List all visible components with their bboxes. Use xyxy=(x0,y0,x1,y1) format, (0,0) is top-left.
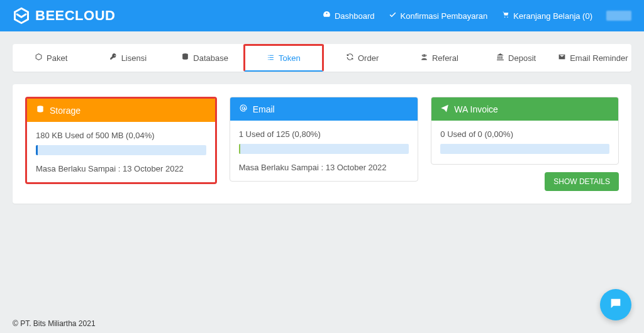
token-panels-card: Storage 180 KB Used of 500 MB (0,04%) Ma… xyxy=(13,84,631,204)
panel-wa-header: WA Invoice xyxy=(431,97,618,121)
email-usage-text: 1 Used of 125 (0,80%) xyxy=(239,129,409,139)
user-menu[interactable] xyxy=(606,11,631,21)
tab-token-label: Token xyxy=(279,53,301,63)
bank-icon xyxy=(496,53,504,63)
email-progress-bar xyxy=(239,144,241,154)
wa-progress xyxy=(440,144,609,154)
brand-name: BEECLOUD xyxy=(35,8,115,24)
tab-lisensi-label: Lisensi xyxy=(121,53,147,63)
tab-referal[interactable]: Referal xyxy=(401,44,477,72)
panel-storage-title: Storage xyxy=(50,106,80,116)
chat-icon xyxy=(609,297,623,313)
users-icon xyxy=(420,53,428,63)
wa-usage-text: 0 Used of 0 (0,00%) xyxy=(440,129,609,139)
nav-keranjang-label: Keranjang Belanja (0) xyxy=(513,11,592,21)
panel-wa-title: WA Invoice xyxy=(454,104,498,114)
tab-lisensi[interactable]: Lisensi xyxy=(89,44,166,72)
list-icon xyxy=(267,53,275,63)
brand[interactable]: BEECLOUD xyxy=(13,7,115,25)
tab-database[interactable]: Database xyxy=(167,44,243,72)
tab-email-reminder-label: Email Reminder xyxy=(570,53,628,63)
tab-token[interactable]: Token xyxy=(243,44,324,72)
panel-email-body: 1 Used of 125 (0,80%) Masa Berlaku Sampa… xyxy=(230,121,418,181)
storage-usage-text: 180 KB Used of 500 MB (0,04%) xyxy=(36,131,206,140)
chat-fab[interactable] xyxy=(600,289,631,320)
check-icon xyxy=(389,11,397,21)
cube-icon xyxy=(35,53,43,63)
key-icon xyxy=(109,53,118,63)
cart-icon xyxy=(501,11,509,21)
panel-email-title: Email xyxy=(253,104,275,114)
database-icon xyxy=(181,53,189,63)
top-nav: Dashboard Konfirmasi Pembayaran Keranjan… xyxy=(323,11,631,21)
main-content: Paket Lisensi Database Token Order Refer… xyxy=(0,31,644,216)
footer-copyright: © PT. Bits Miliartha 2021 xyxy=(13,319,96,328)
email-progress xyxy=(239,144,409,154)
tab-deposit[interactable]: Deposit xyxy=(478,44,555,72)
nav-konfirmasi-label: Konfirmasi Pembayaran xyxy=(401,11,488,21)
panel-wa-wrapper: WA Invoice 0 Used of 0 (0,00%) SHOW DETA… xyxy=(431,97,619,191)
envelope-icon xyxy=(558,53,566,63)
paper-plane-icon xyxy=(440,104,449,114)
panel-wa: WA Invoice 0 Used of 0 (0,00%) xyxy=(431,97,619,165)
at-icon xyxy=(239,104,248,114)
nav-keranjang[interactable]: Keranjang Belanja (0) xyxy=(501,11,592,21)
storage-progress-bar xyxy=(36,145,38,155)
refresh-icon xyxy=(346,53,354,63)
svg-marker-0 xyxy=(15,8,28,23)
storage-progress xyxy=(36,145,206,155)
tab-email-reminder[interactable]: Email Reminder xyxy=(555,44,631,72)
panel-wa-body: 0 Used of 0 (0,00%) xyxy=(431,121,618,164)
tab-order-label: Order xyxy=(358,53,379,63)
tab-referal-label: Referal xyxy=(432,53,458,63)
brand-logo-icon xyxy=(13,7,30,25)
tab-deposit-label: Deposit xyxy=(508,53,536,63)
panel-storage-body: 180 KB Used of 500 MB (0,04%) Masa Berla… xyxy=(27,122,215,182)
tab-paket-label: Paket xyxy=(47,53,67,63)
tab-order[interactable]: Order xyxy=(324,44,401,72)
email-expiry-text: Masa Berlaku Sampai : 13 October 2022 xyxy=(239,163,409,172)
show-details-button[interactable]: SHOW DETAILS xyxy=(545,172,619,191)
panel-email: Email 1 Used of 125 (0,80%) Masa Berlaku… xyxy=(230,97,419,182)
nav-konfirmasi[interactable]: Konfirmasi Pembayaran xyxy=(389,11,488,21)
panel-storage-header: Storage xyxy=(27,99,215,122)
tachometer-icon xyxy=(323,11,331,21)
svg-point-3 xyxy=(242,107,245,109)
panel-storage: Storage 180 KB Used of 500 MB (0,04%) Ma… xyxy=(25,97,217,184)
tab-database-label: Database xyxy=(193,53,228,63)
topbar: BEECLOUD Dashboard Konfirmasi Pembayaran… xyxy=(0,0,644,31)
tab-paket[interactable]: Paket xyxy=(13,44,89,72)
panel-email-header: Email xyxy=(230,97,418,121)
storage-icon xyxy=(36,105,45,116)
tabs-bar: Paket Lisensi Database Token Order Refer… xyxy=(13,44,631,72)
nav-dashboard-label: Dashboard xyxy=(335,11,375,21)
storage-expiry-text: Masa Berlaku Sampai : 13 October 2022 xyxy=(36,164,206,173)
nav-dashboard[interactable]: Dashboard xyxy=(323,11,375,21)
